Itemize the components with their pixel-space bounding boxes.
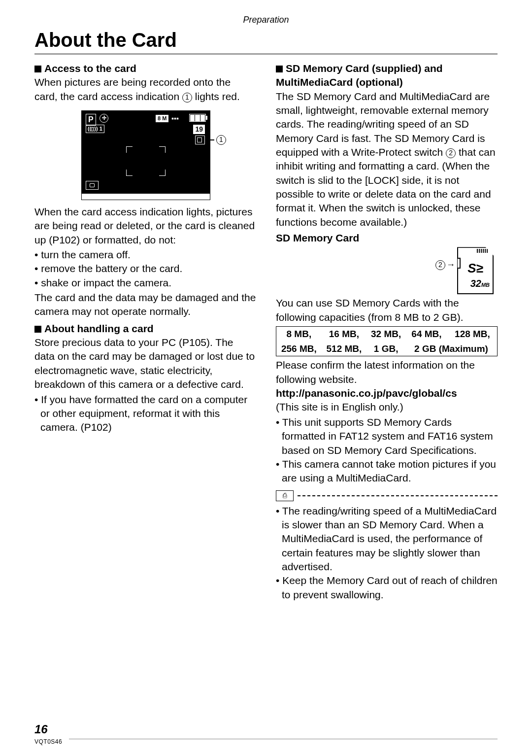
card-access-icon	[195, 136, 205, 144]
sd-card-illustration: 2→ S≥ 32MB	[457, 247, 494, 294]
content-columns: Access to the card When pictures are bei…	[34, 62, 498, 603]
access-bullets: turn the camera off. remove the battery …	[34, 248, 256, 290]
subhead-sd-label: SD Memory Card	[276, 231, 498, 245]
bullet: The reading/writing speed of a MultiMedi…	[276, 504, 498, 574]
para-damage: The card and the data may be damaged and…	[34, 291, 256, 319]
note-divider: ⎙	[276, 490, 498, 501]
quality-icon: ▪▪▪	[171, 114, 179, 123]
handling-bullets: If you have formatted the card on a comp…	[34, 393, 256, 435]
bullet: This unit supports SD Memory Cards forma…	[276, 415, 498, 457]
para-capacities-intro: You can use SD Memory Cards with the fol…	[276, 296, 498, 324]
right-column: SD Memory Card (supplied) and MultiMedia…	[276, 62, 498, 603]
manual-page: Preparation About the Card Access to the…	[0, 0, 532, 756]
bullet: shake or impact the camera.	[34, 276, 256, 290]
focus-brackets-icon	[126, 146, 166, 176]
table-row: 8 MB, 16 MB, 32 MB, 64 MB, 128 MB,	[276, 327, 498, 342]
bullet: turn the camera off.	[34, 248, 256, 262]
page-number: 16	[34, 722, 48, 736]
bullet: If you have formatted the card on a comp…	[34, 393, 256, 435]
resolution-indicator: 8 M	[156, 115, 168, 122]
af-mode-icon	[86, 181, 99, 190]
title-rule	[34, 53, 498, 55]
lcd-illustration: P ✢ 8 M ▪▪▪ ((▯)) 1 19 1	[81, 110, 209, 200]
para-access-intro: When pictures are being recorded onto th…	[34, 75, 256, 103]
bullet: This camera cannot take motion pictures …	[276, 457, 498, 485]
flash-icon: ✢	[100, 114, 108, 123]
page-title: About the Card	[34, 29, 498, 51]
capacity-table: 8 MB, 16 MB, 32 MB, 64 MB, 128 MB, 256 M…	[276, 326, 498, 356]
document-code: VQT0S46	[34, 738, 62, 745]
bullet: remove the battery or the card.	[34, 262, 256, 275]
section-header: Preparation	[34, 15, 498, 25]
callout-2: 2→	[435, 259, 455, 271]
para-sd-intro: The SD Memory Card and MultiMediaCard ar…	[276, 90, 498, 229]
website-url: http://panasonic.co.jp/pavc/global/cs	[276, 386, 498, 400]
footer-rule	[69, 739, 498, 739]
shots-remaining: 19	[193, 125, 205, 134]
para-access-warning: When the card access indication lights, …	[34, 205, 256, 247]
callout-2-inline: 2	[446, 148, 456, 158]
note-icon: ⎙	[276, 490, 294, 501]
callout-1-inline: 1	[182, 93, 192, 103]
para-handling: Store precious data to your PC (P105). T…	[34, 336, 256, 391]
para-english-only: (This site is in English only.)	[276, 400, 498, 414]
table-row: 256 MB, 512 MB, 1 GB, 2 GB (Maximum)	[276, 342, 498, 356]
battery-icon	[189, 114, 206, 122]
sd-logo-icon: S≥	[458, 260, 493, 277]
sd-capacity-label: 32MB	[470, 276, 490, 290]
subhead-handling: About handling a card	[34, 322, 256, 336]
sd-bullets: This unit supports SD Memory Cards forma…	[276, 415, 498, 485]
para-confirm: Please confirm the latest information on…	[276, 358, 498, 386]
mode-indicator: P	[86, 114, 96, 126]
note-bullets: The reading/writing speed of a MultiMedi…	[276, 504, 498, 602]
subhead-access: Access to the card	[34, 62, 256, 75]
subhead-sdcard: SD Memory Card (supplied) and MultiMedia…	[276, 62, 498, 90]
bullet: Keep the Memory Card out of reach of chi…	[276, 574, 498, 602]
callout-1: 1	[205, 135, 226, 145]
stabilizer-icon: ((▯)) 1	[86, 125, 104, 133]
left-column: Access to the card When pictures are bei…	[34, 62, 256, 603]
